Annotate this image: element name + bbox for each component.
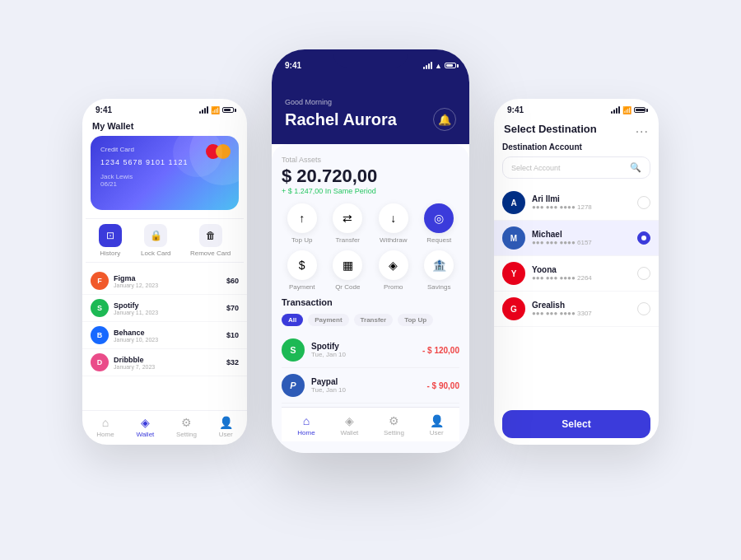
tx-amount: $10 (226, 331, 239, 339)
radio-ari[interactable] (637, 196, 650, 209)
center-nav-wallet[interactable]: ◈ Wallet (340, 414, 358, 436)
center-tx-info-spotify: Spotify Tue, Jan 10 (311, 342, 416, 358)
phone-center: 9:41 ▲ Good Morning Rach (272, 49, 469, 453)
wallet-icon: ◈ (345, 414, 354, 427)
payment-label: Payment (289, 283, 315, 291)
contact-avatar-ari: A (502, 191, 525, 214)
tx-logo: D (91, 353, 109, 371)
center-tx-logo-paypal: P (282, 374, 305, 397)
action-btn-request[interactable]: ◎ Request (419, 203, 460, 244)
center-tx-logo-spotify: S (282, 338, 305, 362)
home-icon: ⌂ (303, 414, 310, 427)
center-battery-icon (445, 63, 456, 68)
radio-yoona[interactable] (637, 267, 650, 280)
quick-action-remove-card[interactable]: 🗑Remove Card (190, 224, 231, 257)
tx-info: BehanceJanuary 10, 2023 (114, 329, 221, 343)
transaction-title: Transaction (282, 297, 459, 307)
contact-info-grealish: Grealish ●●● ●●● ●●●● 3307 (532, 301, 631, 317)
nav-icon: 👤 (219, 416, 233, 429)
dots-menu[interactable]: ... (636, 121, 649, 136)
contact-name-michael: Michael (532, 230, 631, 239)
contact-yoona[interactable]: Y Yoona ●●● ●●● ●●●● 2264 (494, 256, 659, 292)
left-nav-home[interactable]: ⌂Home (96, 416, 114, 438)
notch (333, 49, 408, 68)
quick-action-history[interactable]: ⊡History (99, 224, 122, 257)
contact-grealish[interactable]: G Grealish ●●● ●●● ●●●● 3307 (494, 292, 659, 327)
filter-transfer[interactable]: Transfer (354, 314, 394, 326)
card-label: Credit Card (100, 146, 229, 153)
center-nav-user[interactable]: 👤 User (430, 414, 444, 436)
home-label: Home (297, 429, 315, 436)
contact-michael[interactable]: M Michael ●●● ●●● ●●●● 6157 (494, 221, 659, 256)
request-icon: ◎ (424, 203, 454, 233)
search-bar[interactable]: Select Account 🔍 (502, 156, 650, 179)
phone-right: 9:41 📶 Select Destination ... Destinatio… (494, 99, 659, 445)
action-btn-savings[interactable]: 🏦 Savings (419, 250, 460, 291)
quick-action-lock-card[interactable]: 🔒Lock Card (141, 224, 170, 257)
card-expiry: 06/21 (100, 180, 229, 188)
radio-michael[interactable] (637, 231, 650, 245)
contact-list: A Ari Ilmi ●●● ●●● ●●●● 1278 M Michael ●… (494, 185, 659, 404)
tx-logo: F (91, 272, 109, 290)
topup-icon: ↑ (287, 203, 317, 233)
tx-name: Spotify (114, 301, 221, 310)
left-tx-item: BBehanceJanuary 10, 2023$10 (82, 322, 247, 349)
tx-name: Dribbble (114, 356, 221, 364)
filter-tabs: All Payment Transfer Top Up (282, 314, 459, 326)
promo-icon: ◈ (379, 250, 408, 280)
left-nav-user[interactable]: 👤User (219, 416, 233, 438)
card-number: 1234 5678 9101 1121 (100, 158, 229, 166)
left-nav-wallet[interactable]: ◈Wallet (136, 416, 154, 438)
nav-icon: ⚙ (181, 416, 192, 429)
mc-orange-circle (216, 144, 231, 159)
center-nav-home[interactable]: ⌂ Home (297, 414, 315, 436)
card-holder: Jack Lewis (100, 173, 229, 180)
transfer-label: Transfer (336, 236, 361, 244)
right-status-icons: 📶 (611, 106, 645, 114)
center-wifi-icon: ▲ (435, 62, 442, 70)
action-btn-payment[interactable]: $ Payment (282, 250, 323, 291)
tx-name: Figma (114, 274, 221, 282)
left-tx-item: SSpotifyJanuary 11, 2023$70 (82, 295, 247, 322)
right-battery-icon (634, 107, 645, 113)
greeting: Good Morning (285, 98, 456, 106)
transfer-icon: ⇄ (333, 203, 362, 233)
center-body: Total Assets $ 20.720,00 + $ 1.247,00 In… (272, 144, 469, 453)
total-assets-label: Total Assets (282, 156, 459, 164)
filter-topup[interactable]: Top Up (398, 314, 433, 326)
credit-card: Credit Card 1234 5678 9101 1121 Jack Lew… (91, 136, 239, 210)
center-tx-name-spotify: Spotify (311, 342, 416, 351)
action-btn-qrcode[interactable]: ▦ Qr Code (328, 250, 369, 291)
mastercard-logo (206, 144, 231, 159)
user-label: User (430, 429, 444, 436)
right-header: Select Destination ... (494, 118, 659, 142)
radio-grealish[interactable] (637, 302, 650, 315)
left-time: 9:41 (96, 105, 112, 114)
action-btn-transfer[interactable]: ⇄ Transfer (328, 203, 369, 244)
left-nav-setting[interactable]: ⚙Setting (176, 416, 197, 438)
action-btn-topup[interactable]: ↑ Top Up (282, 203, 323, 244)
tx-info: FigmaJanuary 12, 2023 (114, 274, 221, 288)
bell-icon[interactable]: 🔔 (433, 108, 456, 131)
contact-info-yoona: Yoona ●●● ●●● ●●●● 2264 (532, 265, 631, 282)
filter-payment[interactable]: Payment (308, 314, 348, 326)
action-btn-withdraw[interactable]: ↓ Withdraw (373, 203, 414, 244)
action-btn-promo[interactable]: ◈ Promo (373, 250, 414, 291)
right-status-bar: 9:41 📶 (494, 99, 659, 118)
tx-date: January 11, 2023 (114, 310, 221, 315)
radio-dot-michael (641, 236, 646, 240)
phone-left: 9:41 📶 My Wallet Credit Card (82, 99, 247, 445)
contact-name-yoona: Yoona (532, 265, 631, 274)
select-button[interactable]: Select (502, 410, 650, 438)
contact-avatar-grealish: G (502, 297, 525, 320)
center-nav: ⌂ Home ◈ Wallet ⚙ Setting 👤 User (282, 407, 459, 441)
center-nav-setting[interactable]: ⚙ Setting (384, 414, 404, 436)
center-tx-name-paypal: Paypal (311, 377, 421, 386)
left-status-icons: 📶 (199, 106, 234, 114)
contact-ari[interactable]: A Ari Ilmi ●●● ●●● ●●●● 1278 (494, 185, 659, 221)
contact-info-ari: Ari Ilmi ●●● ●●● ●●●● 1278 (532, 194, 631, 211)
right-time: 9:41 (507, 105, 524, 114)
left-battery-icon (222, 107, 234, 113)
user-name: Rachel Aurora (285, 110, 397, 129)
filter-all[interactable]: All (282, 314, 303, 326)
